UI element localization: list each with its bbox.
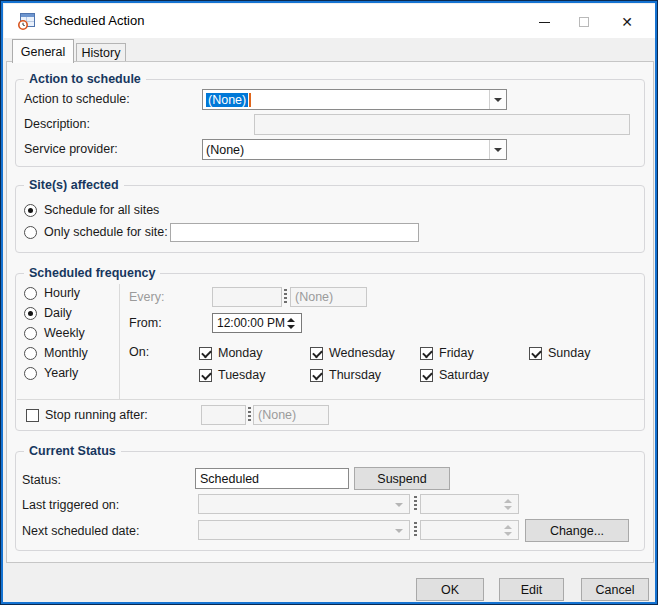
tab-history-label: History [82,46,121,60]
group-status-title: Current Status [24,444,121,458]
spin-down-icon [287,325,295,329]
all-sites-label: Schedule for all sites [44,202,159,218]
sunday-checkbox[interactable] [529,347,542,360]
minimize-button[interactable] [528,10,560,34]
stop-unit-combobox: (None) [253,405,329,425]
chevron-down-icon [395,529,403,533]
group-action-title: Action to schedule [24,72,146,86]
tuesday-label: Tuesday [218,367,265,383]
scheduled-action-icon [17,12,37,31]
window-title: Scheduled Action [44,13,144,28]
monday-checkbox[interactable] [199,347,212,360]
tuesday-checkbox[interactable] [199,369,212,382]
yearly-label: Yearly [44,365,78,381]
from-time-picker[interactable]: 12:00:00 PM [212,313,302,333]
sunday-label: Sunday [548,345,590,361]
day-tuesday[interactable]: Tuesday [199,368,265,382]
schedule-all-sites-radio[interactable] [24,204,37,217]
only-site-radio-row[interactable]: Only schedule for site: [24,225,168,239]
spin-down-icon [504,506,512,510]
time-spinner-buttons[interactable] [287,314,295,332]
scheduled-action-dialog: Scheduled Action ✕ General History Actio… [0,0,658,605]
maximize-button [568,10,600,34]
frequency-option-hourly[interactable]: Hourly [24,286,80,300]
all-sites-radio-row[interactable]: Schedule for all sites [24,203,159,217]
every-spinner [212,287,282,307]
action-to-schedule-label: Action to schedule: [24,91,130,107]
day-saturday[interactable]: Saturday [420,368,489,382]
frequency-option-monthly[interactable]: Monthly [24,346,88,360]
from-label: From: [129,315,162,331]
titlebar[interactable]: Scheduled Action ✕ [4,4,656,38]
ok-button-label: OK [441,583,459,597]
service-provider-combobox[interactable]: (None) [202,139,507,160]
group-sites-affected: Site(s) affected Schedule for all sites … [15,185,645,253]
day-thursday[interactable]: Thursday [310,368,381,382]
from-time-value: 12:00:00 PM [217,316,285,330]
last-triggered-updown-icon [414,496,417,511]
change-button[interactable]: Change... [525,519,629,542]
group-sites-title: Site(s) affected [24,178,124,192]
monthly-radio[interactable] [24,347,37,360]
cancel-button[interactable]: Cancel [581,578,649,601]
description-label: Description: [24,116,90,132]
every-unit-combobox: (None) [290,287,367,307]
monday-label: Monday [218,345,262,361]
stop-running-after-checkbox[interactable] [26,409,39,422]
spin-up-icon [287,318,295,322]
site-input[interactable] [170,223,419,242]
service-provider-label: Service provider: [24,141,118,157]
stop-unit-value: (None) [258,408,296,422]
day-wednesday[interactable]: Wednesday [310,346,395,360]
tab-general[interactable]: General [12,39,74,63]
text-caret [249,93,251,107]
frequency-option-yearly[interactable]: Yearly [24,366,78,380]
chevron-down-icon [494,148,502,152]
frequency-option-weekly[interactable]: Weekly [24,326,85,340]
action-selected-value: (None) [206,93,248,107]
last-triggered-label: Last triggered on: [22,497,119,513]
monthly-label: Monthly [44,345,88,361]
day-monday[interactable]: Monday [199,346,262,360]
thursday-checkbox[interactable] [310,369,323,382]
tab-history[interactable]: History [76,43,126,62]
last-triggered-time-spinner [420,494,519,514]
frequency-horizontal-separator [17,399,644,400]
tab-strip: General History [4,38,656,61]
group-current-status: Current Status Status: Scheduled Suspend… [15,451,645,551]
daily-radio[interactable] [24,307,37,320]
next-scheduled-time-spinner [420,520,519,540]
day-friday[interactable]: Friday [420,346,474,360]
last-triggered-date-picker [198,494,410,514]
weekly-radio[interactable] [24,327,37,340]
group-action-to-schedule: Action to schedule Action to schedule: (… [15,79,645,167]
tab-general-label: General [21,45,65,59]
close-button[interactable]: ✕ [608,10,646,34]
maximize-icon [579,17,589,27]
stop-running-after-row[interactable]: Stop running after: [26,408,148,422]
suspend-button[interactable]: Suspend [354,467,450,490]
every-label: Every: [129,289,164,305]
every-updown-icon [284,289,287,304]
status-field: Scheduled [195,468,349,489]
saturday-label: Saturday [439,367,489,383]
friday-checkbox[interactable] [420,347,433,360]
hourly-label: Hourly [44,285,80,301]
action-to-schedule-combobox[interactable]: (None) [202,89,507,110]
wednesday-checkbox[interactable] [310,347,323,360]
edit-button[interactable]: Edit [499,578,564,601]
stop-running-after-label: Stop running after: [45,407,148,423]
hourly-radio[interactable] [24,287,37,300]
provider-dropdown-button[interactable] [489,140,506,159]
spin-up-icon [504,525,512,529]
frequency-option-daily[interactable]: Daily [24,306,72,320]
ok-button[interactable]: OK [416,578,484,601]
time-spinner-buttons [504,495,512,513]
only-site-radio[interactable] [24,226,37,239]
saturday-checkbox[interactable] [420,369,433,382]
next-scheduled-label: Next scheduled date: [22,523,139,539]
yearly-radio[interactable] [24,367,37,380]
day-sunday[interactable]: Sunday [529,346,590,360]
time-spinner-buttons [504,521,512,539]
action-dropdown-button[interactable] [489,90,506,109]
